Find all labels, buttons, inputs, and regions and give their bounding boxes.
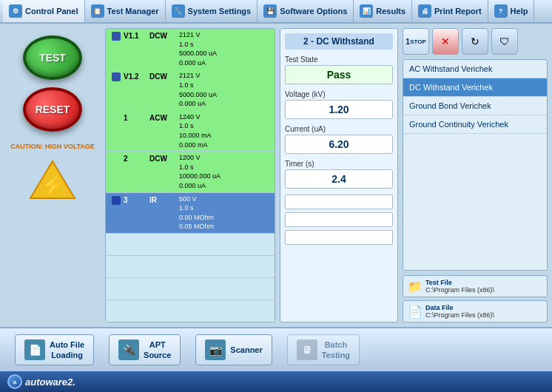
test-row[interactable]: 2 DCW 1200 V 1.0 s 10000.000 uA 0.000 uA: [106, 152, 275, 192]
voltage-field: Voltage (kV) 1.20: [285, 90, 393, 119]
batch-testing-label-2: Testing: [322, 350, 350, 360]
test-row[interactable]: 3 IR 500 V 1.0 s 0.00 MOhm 0.05 MOhm: [106, 193, 275, 234]
extra-input-3[interactable]: [285, 230, 393, 245]
main-content: TEST RESET CAUTION: HIGH VOLTAGE ⚡ V1.1 …: [0, 24, 552, 327]
test-name-ground-continuity[interactable]: Ground Continuity Verichek: [403, 115, 547, 134]
scanner-label: Scanner: [230, 345, 262, 355]
scanner-icon: 📷: [205, 339, 226, 360]
data-file-row: 📄 Data File C:\Program Files (x86)\: [403, 300, 548, 322]
bottom-bar: 📄 Auto File Loading 🔌 APT Source 📷 Scann…: [0, 327, 552, 371]
test-state-value: Pass: [285, 65, 393, 84]
apt-source-label-2: Source: [144, 350, 171, 360]
test-button[interactable]: TEST: [23, 36, 82, 80]
logo-circle-icon: a: [7, 374, 22, 389]
auto-loading-label-1: Auto File: [50, 339, 84, 350]
print-report-icon: 🖨: [418, 4, 431, 18]
system-settings-icon: 🔧: [172, 4, 185, 18]
test-row-empty: [106, 256, 275, 278]
apt-source-button[interactable]: 🔌 APT Source: [109, 334, 181, 366]
scanner-button[interactable]: 📷 Scanner: [195, 334, 272, 365]
test-row-empty: [106, 234, 275, 256]
auto-loading-icon: 📄: [24, 339, 45, 360]
file-section: 📁 Test File C:\Program Files (x86)\ 📄 Da…: [403, 275, 548, 322]
test-names-panel: AC Withstand Verichek DC Withstand Veric…: [403, 59, 548, 271]
voltage-value: 1.20: [285, 100, 393, 119]
dc-withstand-panel: 2 - DC Withstand Test State Pass Voltage…: [280, 28, 398, 322]
control-panel-icon: ⚙: [9, 4, 22, 18]
fail-icon-button[interactable]: ✕: [432, 28, 459, 55]
extra-input-2[interactable]: [285, 212, 393, 227]
nav-help[interactable]: ? Help: [488, 0, 535, 22]
test-manager-icon: 📋: [91, 4, 104, 18]
nav-results[interactable]: 📊 Results: [354, 0, 412, 22]
test-row-empty: [106, 278, 275, 300]
apt-source-icon: 🔌: [118, 339, 139, 360]
nav-test-manager[interactable]: 📋 Test Manager: [85, 0, 166, 22]
timer-field: Timer (s) 2.4: [285, 160, 393, 189]
test-name-ground-bond[interactable]: Ground Bond Verichek: [403, 97, 547, 115]
data-file-icon: 📄: [408, 305, 423, 319]
test-file-icon: 📁: [408, 280, 423, 294]
test-row[interactable]: V1.1 DCW 2121 V 1.0 s 5000.000 uA 0.000 …: [106, 29, 275, 70]
test-file-row: 📁 Test File C:\Program Files (x86)\: [403, 275, 548, 297]
dc-withstand-title: 2 - DC Withstand: [285, 33, 393, 50]
current-field: Current (uA) 6.20: [285, 125, 393, 154]
reset-button[interactable]: RESET: [23, 87, 82, 132]
batch-testing-button: 🖥 Batch Testing: [287, 334, 360, 366]
footer-logo: a autoware2.: [7, 374, 75, 389]
test-name-ac-withstand[interactable]: AC Withstand Verichek: [403, 60, 547, 78]
left-panel: TEST RESET CAUTION: HIGH VOLTAGE ⚡: [4, 28, 101, 322]
refresh-icon-button[interactable]: ↻: [462, 28, 488, 55]
test-row[interactable]: V1.2 DCW 2121 V 1.0 s 5000.000 uA 0.000 …: [106, 70, 275, 110]
test-name-dc-withstand[interactable]: DC Withstand Verichek: [403, 78, 547, 97]
shield-icon-button[interactable]: 🛡: [491, 28, 518, 55]
right-panel: 1STOP ✕ ↻ 🛡 AC Withstand Verichek DC Wit…: [403, 28, 548, 322]
svg-text:⚡: ⚡: [39, 173, 65, 197]
batch-testing-icon: 🖥: [297, 339, 317, 360]
data-file-path: C:\Program Files (x86)\: [425, 311, 542, 319]
apt-source-label-1: APT: [144, 339, 171, 350]
nav-software-options[interactable]: 💾 Software Options: [258, 0, 354, 22]
test-file-label: Test File: [425, 279, 542, 286]
caution-label: CAUTION: HIGH VOLTAGE: [10, 143, 95, 150]
current-value: 6.20: [285, 135, 393, 154]
timer-value: 2.4: [285, 169, 393, 189]
results-icon: 📊: [360, 4, 373, 18]
nav-system-settings[interactable]: 🔧 System Settings: [166, 0, 258, 22]
step-icon-button[interactable]: 1STOP: [403, 28, 429, 55]
footer: a autoware2.: [0, 371, 552, 392]
nav-print-report[interactable]: 🖨 Print Report: [412, 0, 488, 22]
auto-loading-label-2: Loading: [50, 350, 84, 360]
auto-loading-button[interactable]: 📄 Auto File Loading: [15, 334, 94, 366]
help-icon: ?: [494, 4, 508, 18]
test-state-field: Test State Pass: [285, 55, 393, 84]
warning-triangle: ⚡: [27, 158, 78, 202]
logo-text: autoware2.: [25, 376, 75, 388]
software-options-icon: 💾: [263, 4, 277, 18]
test-row[interactable]: 1 ACW 1240 V 1.0 s 10.000 mA 0.000 mA: [106, 111, 275, 152]
extra-input-1[interactable]: [285, 195, 393, 209]
nav-control-panel[interactable]: ⚙ Control Panel: [3, 0, 85, 22]
test-row-empty: [106, 300, 275, 322]
indicator-icon: [112, 196, 121, 205]
icon-bar: 1STOP ✕ ↻ 🛡: [403, 28, 548, 55]
top-navigation: ⚙ Control Panel 📋 Test Manager 🔧 System …: [0, 0, 552, 24]
indicator-icon: [112, 72, 121, 81]
data-file-label: Data File: [425, 304, 542, 311]
test-file-path: C:\Program Files (x86)\: [425, 286, 542, 294]
indicator-icon: [112, 32, 121, 41]
batch-testing-label-1: Batch: [322, 339, 350, 350]
test-list-panel: V1.1 DCW 2121 V 1.0 s 5000.000 uA 0.000 …: [105, 28, 275, 322]
